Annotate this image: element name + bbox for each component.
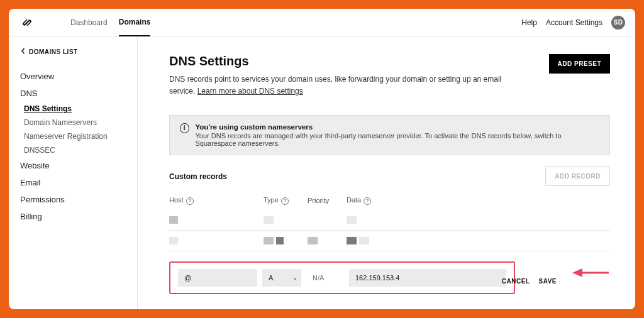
record-type-select[interactable]: ⌄ xyxy=(262,269,301,287)
notice-body: Your DNS records are managed with your t… xyxy=(196,132,600,147)
back-domains-list-label: DOMAINS LIST xyxy=(29,48,78,55)
cancel-button[interactable]: CANCEL xyxy=(502,278,530,285)
sidebar-item-domain-nameservers[interactable]: Domain Nameservers xyxy=(24,116,128,129)
learn-more-link[interactable]: Learn more about DNS settings xyxy=(197,87,303,96)
svg-marker-1 xyxy=(572,268,582,277)
add-record-button[interactable]: ADD RECORD xyxy=(545,167,610,186)
record-type-value[interactable] xyxy=(262,269,289,287)
help-link[interactable]: Help xyxy=(521,18,537,27)
help-icon[interactable]: ? xyxy=(186,197,194,205)
new-record-row: ⌄ xyxy=(169,261,515,294)
table-row xyxy=(169,210,610,231)
save-button[interactable]: SAVE xyxy=(539,278,557,285)
info-icon: i xyxy=(180,123,189,133)
topbar: Dashboard Domains Help Account Settings … xyxy=(9,9,635,36)
record-row-actions: CANCEL SAVE xyxy=(502,278,557,285)
tab-dashboard[interactable]: Dashboard xyxy=(70,18,108,36)
help-icon[interactable]: ? xyxy=(364,197,371,205)
avatar[interactable]: SD xyxy=(611,16,625,30)
sidebar-item-website[interactable]: Website xyxy=(20,157,128,174)
chevron-left-icon xyxy=(20,48,26,55)
chevron-down-icon: ⌄ xyxy=(289,274,301,281)
back-domains-list[interactable]: DOMAINS LIST xyxy=(20,48,128,55)
app-frame: Dashboard Domains Help Account Settings … xyxy=(9,9,635,309)
add-preset-button[interactable]: ADD PRESET xyxy=(549,54,610,74)
sidebar-item-permissions[interactable]: Permissions xyxy=(20,191,128,208)
col-priority-label: Priority xyxy=(308,197,329,204)
table-header: Host? Type? Priority Data? xyxy=(169,194,610,210)
page-description: DNS records point to services your domai… xyxy=(169,74,521,97)
custom-nameservers-notice: i You're using custom nameservers Your D… xyxy=(169,115,610,155)
sidebar-item-billing[interactable]: Billing xyxy=(20,208,128,225)
sidebar-item-overview[interactable]: Overview xyxy=(20,68,128,85)
annotation-arrow-icon xyxy=(572,266,610,280)
sidebar-item-dns-settings[interactable]: DNS Settings xyxy=(24,102,128,116)
main-content: DNS Settings DNS records point to servic… xyxy=(138,36,635,309)
notice-title: You're using custom nameservers xyxy=(196,123,600,131)
sidebar-item-dns[interactable]: DNS xyxy=(20,85,128,102)
col-data-label: Data xyxy=(347,196,361,204)
table-row xyxy=(169,231,610,251)
sidebar-item-nameserver-registration[interactable]: Nameserver Registration xyxy=(24,129,128,143)
top-nav: Dashboard Domains xyxy=(70,9,150,36)
tab-domains[interactable]: Domains xyxy=(119,18,151,36)
col-type-label: Type xyxy=(264,196,279,204)
record-priority-input xyxy=(306,269,344,287)
sidebar-item-dnssec[interactable]: DNSSEC xyxy=(24,143,128,157)
page-title: DNS Settings xyxy=(169,54,521,69)
record-host-input[interactable] xyxy=(178,269,257,287)
sidebar: DOMAINS LIST Overview DNS DNS Settings D… xyxy=(9,36,138,309)
help-icon[interactable]: ? xyxy=(281,197,289,205)
account-settings-link[interactable]: Account Settings xyxy=(546,18,602,27)
sidebar-item-email[interactable]: Email xyxy=(20,174,128,191)
record-data-input[interactable] xyxy=(349,269,506,287)
squarespace-logo-icon xyxy=(21,17,33,28)
custom-records-label: Custom records xyxy=(169,172,227,181)
col-host-label: Host xyxy=(169,196,184,204)
records-table: Host? Type? Priority Data? xyxy=(169,194,610,251)
